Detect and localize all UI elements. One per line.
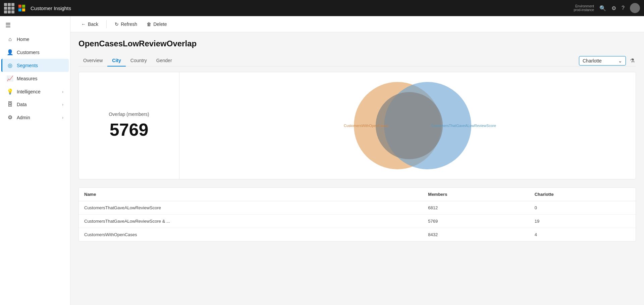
refresh-label: Refresh xyxy=(121,21,137,27)
filter-icon-button[interactable]: ⚗ xyxy=(629,56,636,65)
home-icon: ⌂ xyxy=(7,36,13,42)
tab-gender[interactable]: Gender xyxy=(152,55,177,67)
search-icon[interactable]: 🔍 xyxy=(599,5,606,11)
tab-city-label: City xyxy=(112,58,121,63)
intelligence-icon: 💡 xyxy=(7,88,13,95)
sidebar-item-segments[interactable]: ◎ Segments xyxy=(1,59,69,72)
chart-venn-panel: CustomersWithOpenCases CustomersThatGave… xyxy=(179,72,636,179)
tabs-row: Overview City Country Gender Charlotte ⌄ xyxy=(78,55,636,67)
table-header-city: Charlotte xyxy=(529,188,636,201)
venn-label-open-cases: CustomersWithOpenCases xyxy=(344,124,377,128)
environment-selector[interactable]: Environment prod-instance xyxy=(574,4,594,12)
data-table: Name Members Charlotte CustomersThatGave… xyxy=(78,187,636,242)
tab-country-label: Country xyxy=(130,58,147,63)
sidebar-label-home: Home xyxy=(17,37,63,42)
tab-country[interactable]: Country xyxy=(126,55,152,67)
delete-button[interactable]: 🗑 Delete xyxy=(143,19,171,29)
sidebar-item-home[interactable]: ⌂ Home xyxy=(1,33,69,46)
tab-overview-label: Overview xyxy=(83,58,103,63)
data-icon: 🗄 xyxy=(7,101,13,107)
help-icon[interactable]: ? xyxy=(622,5,625,11)
back-button[interactable]: ← Back xyxy=(77,19,102,29)
sidebar-item-admin[interactable]: ⚙ Admin › xyxy=(1,111,69,124)
table-cell-members: 5769 xyxy=(423,215,529,228)
sidebar-label-customers: Customers xyxy=(17,50,63,55)
main-content: ← Back ↻ Refresh 🗑 Delete OpenCasesLowRe… xyxy=(70,16,644,305)
environment-label: Environment xyxy=(575,4,594,8)
filter-controls: Charlotte ⌄ ⚗ xyxy=(579,56,636,66)
toolbar: ← Back ↻ Refresh 🗑 Delete xyxy=(70,16,644,32)
sidebar-item-intelligence[interactable]: 💡 Intelligence › xyxy=(1,85,69,98)
city-filter-value: Charlotte xyxy=(583,58,615,63)
table-cell-name: CustomersThatGaveALowReviewScore xyxy=(79,201,423,215)
top-navigation: Customer Insights Environment prod-insta… xyxy=(0,0,644,16)
table-header-name: Name xyxy=(79,188,423,201)
sidebar-label-admin: Admin xyxy=(17,115,59,120)
page-title: OpenCasesLowReviewOverlap xyxy=(78,39,636,48)
environment-value: prod-instance xyxy=(574,8,594,12)
table-cell-members: 8432 xyxy=(423,228,529,242)
sidebar-label-segments: Segments xyxy=(17,63,63,68)
city-filter-dropdown[interactable]: Charlotte ⌄ xyxy=(579,56,626,66)
sidebar-label-measures: Measures xyxy=(17,76,63,81)
sidebar: ☰ ⌂ Home 👤 Customers ◎ Segments 📈 Measur… xyxy=(0,16,70,305)
measures-icon: 📈 xyxy=(7,75,13,82)
table-header-members: Members xyxy=(423,188,529,201)
sidebar-label-data: Data xyxy=(17,102,59,107)
sidebar-label-intelligence: Intelligence xyxy=(17,89,59,94)
microsoft-logo xyxy=(18,5,25,11)
tab-gender-label: Gender xyxy=(156,58,172,63)
venn-diagram: CustomersWithOpenCases CustomersThatGave… xyxy=(344,79,471,173)
venn-label-low-review: CustomersThatGaveALowReviewScore xyxy=(431,124,475,128)
table-cell-members: 6812 xyxy=(423,201,529,215)
tab-overview[interactable]: Overview xyxy=(78,55,107,67)
table-cell-name: CustomersWithOpenCases xyxy=(79,228,423,242)
toolbar-divider xyxy=(106,20,107,28)
table-cell-name: CustomersThatGaveALowReviewScore & ... xyxy=(79,215,423,228)
delete-label: Delete xyxy=(153,21,167,27)
sidebar-item-customers[interactable]: 👤 Customers xyxy=(1,46,69,59)
admin-icon: ⚙ xyxy=(7,114,13,121)
segments-icon: ◎ xyxy=(7,62,13,69)
customers-icon: 👤 xyxy=(7,49,13,55)
refresh-icon: ↻ xyxy=(115,21,119,27)
chevron-down-icon-data: › xyxy=(62,102,63,106)
overlap-label: Overlap (members) xyxy=(109,112,149,117)
top-nav-right: Environment prod-instance 🔍 ⚙ ? xyxy=(574,3,640,13)
table-cell-city: 0 xyxy=(529,201,636,215)
dropdown-chevron-icon: ⌄ xyxy=(618,58,622,63)
table-cell-city: 4 xyxy=(529,228,636,242)
tab-city[interactable]: City xyxy=(107,55,125,67)
chart-card: Overlap (members) 5769 CustomersWithOpen… xyxy=(78,72,636,179)
chevron-down-icon-admin: › xyxy=(62,116,63,120)
table-row: CustomersThatGaveALowReviewScore & ... 5… xyxy=(79,215,636,228)
table-cell-city: 19 xyxy=(529,215,636,228)
table-header-row: Name Members Charlotte xyxy=(79,188,636,201)
chevron-down-icon: › xyxy=(62,90,63,94)
back-label: Back xyxy=(88,21,98,27)
hamburger-menu[interactable]: ☰ xyxy=(0,19,70,32)
app-title: Customer Insights xyxy=(31,5,71,11)
filter-funnel-icon: ⚗ xyxy=(630,58,635,63)
back-arrow-icon: ← xyxy=(81,21,86,27)
settings-icon[interactable]: ⚙ xyxy=(611,5,616,11)
overlap-value: 5769 xyxy=(110,120,149,140)
user-avatar[interactable] xyxy=(630,3,640,13)
delete-icon: 🗑 xyxy=(147,21,151,27)
page-content: OpenCasesLowReviewOverlap Overview City … xyxy=(70,32,644,248)
refresh-button[interactable]: ↻ Refresh xyxy=(111,19,141,29)
sidebar-item-measures[interactable]: 📈 Measures xyxy=(1,72,69,85)
table-row: CustomersWithOpenCases 8432 4 xyxy=(79,228,636,242)
waffle-menu[interactable] xyxy=(4,3,14,13)
chart-overlap-panel: Overlap (members) 5769 xyxy=(79,72,179,179)
table-row: CustomersThatGaveALowReviewScore 6812 0 xyxy=(79,201,636,215)
sidebar-item-data[interactable]: 🗄 Data › xyxy=(1,98,69,111)
